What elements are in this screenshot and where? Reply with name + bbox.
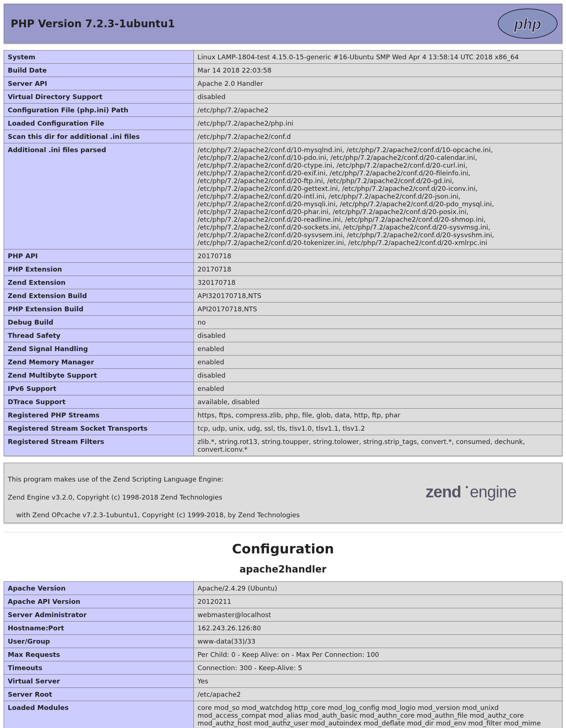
main_table-label: Registered PHP Streams (4, 409, 194, 422)
main_table-label: System (4, 50, 194, 64)
table-row: Apache VersionApache/2.4.29 (Ubuntu) (4, 581, 562, 595)
table-row: Zend Signal Handlingenabled (4, 342, 562, 356)
apache_table-label: Virtual Server (4, 674, 194, 687)
main_table-value: Mar 14 2018 22:03:58 (194, 64, 562, 77)
apache2handler-heading: apache2handler (4, 564, 562, 575)
table-row: Hostname:Port162.243.26.126:80 (4, 621, 562, 634)
main_table-value: /etc/php/7.2/apache2 (194, 104, 562, 117)
main_table-value: Linux LAMP-1804-test 4.15.0-15-generic #… (194, 50, 562, 64)
apache_table-value: Apache/2.4.29 (Ubuntu) (194, 581, 562, 595)
main_table-label: Additional .ini files parsed (4, 143, 194, 249)
main_table-value: enabled (194, 382, 562, 395)
main_table-label: Zend Memory Manager (4, 356, 194, 369)
table-row: Build DateMar 14 2018 22:03:58 (4, 64, 562, 77)
table-row: Zend Extension BuildAPI320170718,NTS (4, 289, 562, 302)
main_table-value: https, ftps, compress.zlib, php, file, g… (194, 409, 562, 422)
apache_table-label: Hostname:Port (4, 621, 194, 634)
apache_table-label: Apache Version (4, 581, 194, 595)
main_table-label: Registered Stream Filters (4, 435, 194, 456)
table-row: Zend Memory Managerenabled (4, 356, 562, 369)
table-row: Scan this dir for additional .ini files/… (4, 130, 562, 143)
apache_table-label: Server Administrator (4, 608, 194, 621)
apache_table-label: Server Root (4, 687, 194, 701)
table-row: Configuration File (php.ini) Path/etc/ph… (4, 104, 562, 117)
zend-box: This program makes use of the Zend Scrip… (4, 463, 562, 523)
apache_table-label: Max Requests (4, 648, 194, 661)
main_table-label: PHP Extension (4, 263, 194, 276)
apache_table-value: Connection: 300 - Keep-Alive: 5 (194, 661, 562, 674)
table-row: Zend Multibyte Supportdisabled (4, 369, 562, 382)
apache_table-label: Loaded Modules (4, 701, 194, 728)
main_table-value: API320170718,NTS (194, 289, 562, 302)
apache_table-label: Apache API Version (4, 595, 194, 608)
main_table-label: Build Date (4, 64, 194, 77)
table-row: Registered Stream Filterszlib.*, string.… (4, 435, 562, 456)
table-row: Loaded Configuration File/etc/php/7.2/ap… (4, 117, 562, 130)
main_table-value: Apache 2.0 Handler (194, 77, 562, 90)
main_table-value: enabled (194, 356, 562, 369)
apache_table-label: Timeouts (4, 661, 194, 674)
main_table-label: Server API (4, 77, 194, 90)
table-row: Additional .ini files parsed/etc/php/7.2… (4, 143, 562, 249)
table-row: Registered Stream Socket Transportstcp, … (4, 422, 562, 435)
apache_table-value: Yes (194, 674, 562, 687)
zend-credits: This program makes use of the Zend Scrip… (8, 466, 300, 520)
svg-text:php: php (514, 16, 541, 32)
table-row: User/Groupwww-data(33)/33 (4, 634, 562, 648)
main_table-label: Virtual Directory Support (4, 90, 194, 104)
apache_table-value: core mod_so mod_watchdog http_core mod_l… (194, 701, 562, 728)
main_table-label: Zend Extension Build (4, 289, 194, 302)
main_table-label: Zend Multibyte Support (4, 369, 194, 382)
apache_table-value: /etc/apache2 (194, 687, 562, 701)
main_table-label: PHP API (4, 249, 194, 263)
table-row: Loaded Modulescore mod_so mod_watchdog h… (4, 701, 562, 728)
main_table-value: enabled (194, 342, 562, 356)
main_table-value: disabled (194, 369, 562, 382)
main_table-label: IPv6 Support (4, 382, 194, 395)
table-row: Zend Extension320170718 (4, 276, 562, 289)
main_table-value: tcp, udp, unix, udg, ssl, tls, tlsv1.0, … (194, 422, 562, 435)
svg-point-3 (466, 486, 468, 488)
table-row: Virtual ServerYes (4, 674, 562, 687)
zend-line1: This program makes use of the Zend Scrip… (8, 475, 224, 483)
header: PHP Version 7.2.3-1ubuntu1 php (4, 4, 562, 43)
main_table-label: Zend Extension (4, 276, 194, 289)
page-title: PHP Version 7.2.3-1ubuntu1 (8, 18, 175, 30)
table-row: Thread Safetydisabled (4, 329, 562, 342)
main_table-value: /etc/php/7.2/apache2/php.ini (194, 117, 562, 130)
zend-engine-logo-icon: zend engine (426, 482, 558, 504)
main_table-label: Configuration File (php.ini) Path (4, 104, 194, 117)
table-row: PHP Extension BuildAPI20170718,NTS (4, 302, 562, 316)
main_table-value: /etc/php/7.2/apache2/conf.d (194, 130, 562, 143)
table-row: Server APIApache 2.0 Handler (4, 77, 562, 90)
divider (4, 532, 562, 532)
svg-text:zend: zend (426, 483, 461, 501)
apache_table-value: 162.243.26.126:80 (194, 621, 562, 634)
main_table-label: Scan this dir for additional .ini files (4, 130, 194, 143)
main_table-value: no (194, 316, 562, 329)
main_table-label: Debug Build (4, 316, 194, 329)
apache_table-label: User/Group (4, 634, 194, 648)
main_table-label: Zend Signal Handling (4, 342, 194, 356)
main_table-label: Registered Stream Socket Transports (4, 422, 194, 435)
zend-line3: with Zend OPcache v7.2.3-1ubuntu1, Copyr… (8, 511, 300, 519)
apache_table-value: 20120211 (194, 595, 562, 608)
main_table-label: Loaded Configuration File (4, 117, 194, 130)
table-row: Debug Buildno (4, 316, 562, 329)
main_table-value: available, disabled (194, 395, 562, 409)
apache_table-value: webmaster@localhost (194, 608, 562, 621)
main_table-label: PHP Extension Build (4, 302, 194, 316)
table-row: DTrace Supportavailable, disabled (4, 395, 562, 409)
main-info-table: SystemLinux LAMP-1804-test 4.15.0-15-gen… (4, 50, 562, 456)
main_table-value: disabled (194, 90, 562, 104)
apache_table-value: www-data(33)/33 (194, 634, 562, 648)
apache_table-value: Per Child: 0 - Keep Alive: on - Max Per … (194, 648, 562, 661)
table-row: Max RequestsPer Child: 0 - Keep Alive: o… (4, 648, 562, 661)
svg-text:engine: engine (470, 483, 516, 501)
main_table-value: 20170718 (194, 263, 562, 276)
main_table-label: Thread Safety (4, 329, 194, 342)
table-row: TimeoutsConnection: 300 - Keep-Alive: 5 (4, 661, 562, 674)
table-row: PHP Extension20170718 (4, 263, 562, 276)
php-logo-icon: php (497, 8, 558, 39)
table-row: Server Administratorwebmaster@localhost (4, 608, 562, 621)
